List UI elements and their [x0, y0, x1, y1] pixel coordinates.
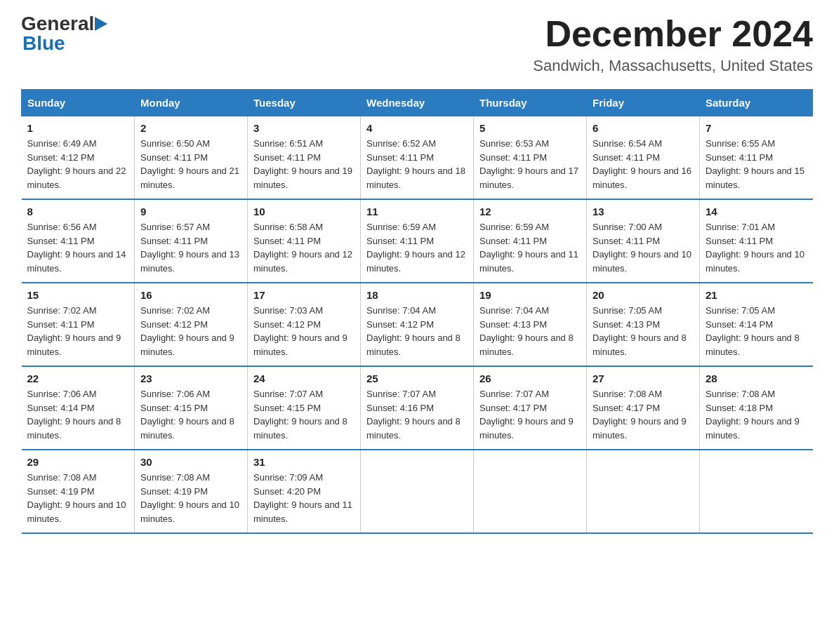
day-info: Sunrise: 6:59 AM Sunset: 4:11 PM Dayligh… [479, 220, 581, 275]
day-info: Sunrise: 7:04 AM Sunset: 4:12 PM Dayligh… [366, 304, 468, 358]
day-info: Sunrise: 6:51 AM Sunset: 4:11 PM Dayligh… [253, 137, 355, 192]
col-wednesday: Wednesday [361, 90, 474, 116]
table-row: 12 Sunrise: 6:59 AM Sunset: 4:11 PM Dayl… [474, 199, 587, 283]
table-row: 2 Sunrise: 6:50 AM Sunset: 4:11 PM Dayli… [135, 116, 248, 200]
day-number: 11 [366, 206, 468, 217]
table-row: 11 Sunrise: 6:59 AM Sunset: 4:11 PM Dayl… [361, 199, 474, 283]
day-info: Sunrise: 7:05 AM Sunset: 4:13 PM Dayligh… [593, 304, 694, 358]
table-row: 13 Sunrise: 7:00 AM Sunset: 4:11 PM Dayl… [587, 199, 700, 283]
calendar-week-row: 8 Sunrise: 6:56 AM Sunset: 4:11 PM Dayli… [22, 199, 813, 283]
table-row: 21 Sunrise: 7:05 AM Sunset: 4:14 PM Dayl… [700, 283, 813, 366]
table-row: 7 Sunrise: 6:55 AM Sunset: 4:11 PM Dayli… [700, 116, 813, 200]
col-sunday: Sunday [22, 90, 135, 116]
day-info: Sunrise: 7:06 AM Sunset: 4:14 PM Dayligh… [27, 387, 129, 442]
table-row: 16 Sunrise: 7:02 AM Sunset: 4:12 PM Dayl… [135, 283, 248, 366]
table-row: 28 Sunrise: 7:08 AM Sunset: 4:18 PM Dayl… [700, 366, 813, 450]
day-info: Sunrise: 6:55 AM Sunset: 4:11 PM Dayligh… [706, 137, 807, 192]
calendar-table: Sunday Monday Tuesday Wednesday Thursday… [21, 89, 813, 534]
table-row: 23 Sunrise: 7:06 AM Sunset: 4:15 PM Dayl… [135, 366, 248, 450]
day-info: Sunrise: 7:05 AM Sunset: 4:14 PM Dayligh… [706, 304, 807, 358]
day-number: 26 [479, 373, 581, 384]
table-row [587, 450, 700, 533]
table-row: 24 Sunrise: 7:07 AM Sunset: 4:15 PM Dayl… [248, 366, 361, 450]
table-row: 14 Sunrise: 7:01 AM Sunset: 4:11 PM Dayl… [700, 199, 813, 283]
day-number: 28 [706, 373, 807, 384]
day-number: 10 [253, 206, 355, 217]
day-number: 18 [366, 289, 468, 301]
day-info: Sunrise: 7:07 AM Sunset: 4:16 PM Dayligh… [366, 387, 468, 442]
day-number: 19 [479, 289, 581, 301]
day-number: 4 [366, 122, 468, 134]
logo-blue-text: Blue [22, 34, 107, 53]
day-info: Sunrise: 7:03 AM Sunset: 4:12 PM Dayligh… [253, 304, 355, 358]
col-tuesday: Tuesday [248, 90, 361, 116]
logo-arrow-icon [95, 17, 107, 31]
day-info: Sunrise: 7:06 AM Sunset: 4:15 PM Dayligh… [140, 387, 241, 442]
day-info: Sunrise: 7:02 AM Sunset: 4:12 PM Dayligh… [140, 304, 241, 358]
table-row: 27 Sunrise: 7:08 AM Sunset: 4:17 PM Dayl… [587, 366, 700, 450]
day-info: Sunrise: 6:57 AM Sunset: 4:11 PM Dayligh… [140, 220, 241, 275]
day-number: 16 [140, 289, 241, 301]
table-row: 10 Sunrise: 6:58 AM Sunset: 4:11 PM Dayl… [248, 199, 361, 283]
day-number: 13 [593, 206, 694, 217]
day-info: Sunrise: 6:59 AM Sunset: 4:11 PM Dayligh… [366, 220, 468, 275]
col-thursday: Thursday [474, 90, 587, 116]
day-number: 29 [27, 456, 129, 468]
day-number: 5 [479, 122, 581, 134]
day-info: Sunrise: 7:04 AM Sunset: 4:13 PM Dayligh… [479, 304, 581, 358]
table-row: 26 Sunrise: 7:07 AM Sunset: 4:17 PM Dayl… [474, 366, 587, 450]
table-row: 3 Sunrise: 6:51 AM Sunset: 4:11 PM Dayli… [248, 116, 361, 200]
table-row: 22 Sunrise: 7:06 AM Sunset: 4:14 PM Dayl… [22, 366, 135, 450]
day-number: 20 [593, 289, 694, 301]
table-row: 19 Sunrise: 7:04 AM Sunset: 4:13 PM Dayl… [474, 283, 587, 366]
day-number: 6 [593, 122, 694, 134]
day-number: 22 [27, 373, 129, 384]
col-friday: Friday [587, 90, 700, 116]
month-title: December 2024 [533, 14, 813, 54]
table-row: 20 Sunrise: 7:05 AM Sunset: 4:13 PM Dayl… [587, 283, 700, 366]
day-number: 30 [140, 456, 241, 468]
calendar-week-row: 1 Sunrise: 6:49 AM Sunset: 4:12 PM Dayli… [22, 116, 813, 200]
page-header: General Blue December 2024 Sandwich, Mas… [21, 14, 813, 75]
day-info: Sunrise: 6:56 AM Sunset: 4:11 PM Dayligh… [27, 220, 129, 275]
table-row: 17 Sunrise: 7:03 AM Sunset: 4:12 PM Dayl… [248, 283, 361, 366]
day-info: Sunrise: 7:02 AM Sunset: 4:11 PM Dayligh… [27, 304, 129, 358]
day-number: 12 [479, 206, 581, 217]
col-monday: Monday [135, 90, 248, 116]
table-row: 6 Sunrise: 6:54 AM Sunset: 4:11 PM Dayli… [587, 116, 700, 200]
logo: General Blue [21, 14, 107, 53]
day-number: 1 [27, 122, 129, 134]
day-info: Sunrise: 6:53 AM Sunset: 4:11 PM Dayligh… [479, 137, 581, 192]
day-number: 25 [366, 373, 468, 384]
location-subtitle: Sandwich, Massachusetts, United States [533, 57, 813, 75]
day-info: Sunrise: 7:08 AM Sunset: 4:18 PM Dayligh… [706, 387, 807, 442]
day-number: 7 [706, 122, 807, 134]
calendar-week-row: 15 Sunrise: 7:02 AM Sunset: 4:11 PM Dayl… [22, 283, 813, 366]
day-info: Sunrise: 7:07 AM Sunset: 4:17 PM Dayligh… [479, 387, 581, 442]
table-row: 1 Sunrise: 6:49 AM Sunset: 4:12 PM Dayli… [22, 116, 135, 200]
day-number: 31 [253, 456, 355, 468]
table-row: 29 Sunrise: 7:08 AM Sunset: 4:19 PM Dayl… [22, 450, 135, 533]
table-row: 9 Sunrise: 6:57 AM Sunset: 4:11 PM Dayli… [135, 199, 248, 283]
table-row: 25 Sunrise: 7:07 AM Sunset: 4:16 PM Dayl… [361, 366, 474, 450]
day-number: 2 [140, 122, 241, 134]
day-info: Sunrise: 7:08 AM Sunset: 4:17 PM Dayligh… [593, 387, 694, 442]
table-row [700, 450, 813, 533]
day-number: 17 [253, 289, 355, 301]
logo-general-text: General [21, 14, 94, 34]
calendar-week-row: 22 Sunrise: 7:06 AM Sunset: 4:14 PM Dayl… [22, 366, 813, 450]
calendar-header-row: Sunday Monday Tuesday Wednesday Thursday… [22, 90, 813, 116]
day-info: Sunrise: 7:00 AM Sunset: 4:11 PM Dayligh… [593, 220, 694, 275]
day-info: Sunrise: 6:49 AM Sunset: 4:12 PM Dayligh… [27, 137, 129, 192]
day-info: Sunrise: 6:52 AM Sunset: 4:11 PM Dayligh… [366, 137, 468, 192]
table-row: 30 Sunrise: 7:08 AM Sunset: 4:19 PM Dayl… [135, 450, 248, 533]
day-info: Sunrise: 7:08 AM Sunset: 4:19 PM Dayligh… [140, 471, 241, 525]
title-block: December 2024 Sandwich, Massachusetts, U… [533, 14, 813, 75]
day-info: Sunrise: 7:01 AM Sunset: 4:11 PM Dayligh… [706, 220, 807, 275]
day-number: 9 [140, 206, 241, 217]
table-row: 4 Sunrise: 6:52 AM Sunset: 4:11 PM Dayli… [361, 116, 474, 200]
table-row [361, 450, 474, 533]
day-number: 14 [706, 206, 807, 217]
table-row: 8 Sunrise: 6:56 AM Sunset: 4:11 PM Dayli… [22, 199, 135, 283]
col-saturday: Saturday [700, 90, 813, 116]
